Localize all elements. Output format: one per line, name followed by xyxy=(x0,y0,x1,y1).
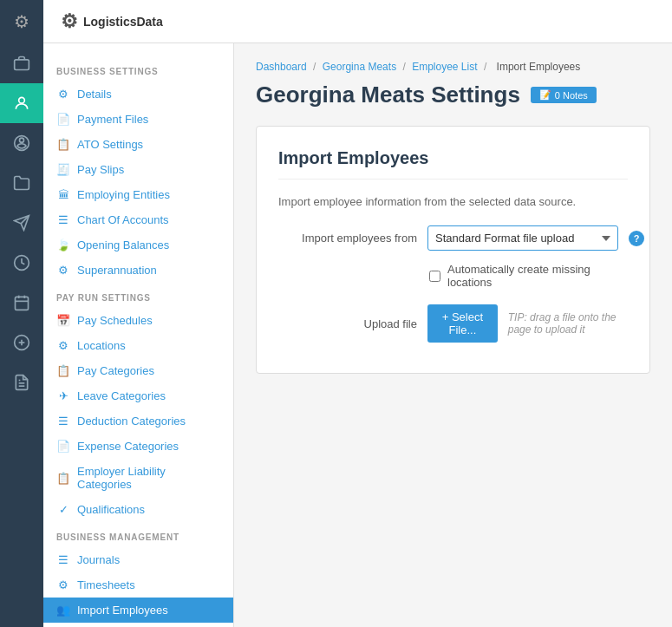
import-source-row: Import employees from Standard Format fi… xyxy=(278,225,628,251)
notes-label: 0 Notes xyxy=(555,90,588,101)
sidebar-label-superannuation: Superannuation xyxy=(77,264,157,277)
nav-payroll[interactable] xyxy=(0,123,43,163)
sidebar-item-superannuation[interactable]: ⚙ Superannuation xyxy=(43,258,233,283)
settings-sidebar: BUSINESS SETTINGS ⚙ Details 📄 Payment Fi… xyxy=(43,43,234,627)
breadcrumb-sep-2: / xyxy=(402,61,405,73)
sidebar-label-employing-entities: Employing Entities xyxy=(77,188,170,201)
sidebar-item-details[interactable]: ⚙ Details xyxy=(43,82,233,107)
pay-schedules-icon: 📅 xyxy=(56,314,70,327)
business-management-title: BUSINESS MANAGEMENT xyxy=(43,522,233,547)
import-section-title: Import Employees xyxy=(278,148,628,168)
logo-text: ⚙ LogisticsData xyxy=(61,10,163,33)
sidebar-label-payment-files: Payment Files xyxy=(77,113,148,126)
ato-settings-icon: 📋 xyxy=(56,138,70,151)
breadcrumb-current: Import Employees xyxy=(497,61,581,73)
page-content: Dashboard / Georgina Meats / Employee Li… xyxy=(234,43,672,627)
import-card: Import Employees Import employee informa… xyxy=(256,126,650,374)
sidebar-label-chart-of-accounts: Chart Of Accounts xyxy=(77,213,169,226)
top-bar: ⚙ LogisticsData xyxy=(43,0,672,43)
sidebar-item-manage-users[interactable]: 🔒 Manage Users xyxy=(43,623,233,627)
sidebar-label-expense-categories: Expense Categories xyxy=(77,440,179,453)
sidebar-item-import-employees[interactable]: 👥 Import Employees xyxy=(43,598,233,623)
superannuation-icon: ⚙ xyxy=(56,264,70,277)
sidebar-label-journals: Journals xyxy=(77,553,120,566)
select-file-label: + Select File... xyxy=(440,310,486,336)
import-source-select[interactable]: Standard Format file upload MYOB Xero Qu… xyxy=(427,225,618,251)
app-name: LogisticsData xyxy=(83,15,163,29)
employing-entities-icon: 🏛 xyxy=(56,188,70,201)
pay-slips-icon: 🧾 xyxy=(56,163,70,176)
breadcrumb-sep-1: / xyxy=(313,61,316,73)
deduction-categories-icon: ☰ xyxy=(56,415,70,428)
sidebar-label-import-employees: Import Employees xyxy=(77,604,168,617)
sidebar-item-ato-settings[interactable]: 📋 ATO Settings xyxy=(43,132,233,157)
sidebar-item-pay-categories[interactable]: 📋 Pay Categories xyxy=(43,358,233,383)
breadcrumb-sep-3: / xyxy=(484,61,486,73)
sidebar-item-pay-slips[interactable]: 🧾 Pay Slips xyxy=(43,157,233,182)
import-description: Import employee information from the sel… xyxy=(278,195,628,208)
locations-icon: ⚙ xyxy=(56,339,70,352)
nav-briefcase[interactable] xyxy=(0,43,43,83)
sidebar-item-employer-liability[interactable]: 📋 Employer Liability Categories xyxy=(43,459,233,497)
page-title-row: Georgina Meats Settings 📝 0 Notes xyxy=(256,82,650,108)
employer-liability-icon: 📋 xyxy=(56,472,70,485)
timesheets-icon: ⚙ xyxy=(56,578,70,591)
auto-locations-label[interactable]: Automatically create missing locations xyxy=(447,263,628,289)
nav-reports[interactable] xyxy=(0,362,43,402)
nav-folder[interactable] xyxy=(0,163,43,203)
sidebar-item-payment-files[interactable]: 📄 Payment Files xyxy=(43,107,233,132)
expense-categories-icon: 📄 xyxy=(56,440,70,453)
pay-run-settings-title: PAY RUN SETTINGS xyxy=(43,283,233,308)
journals-icon: ☰ xyxy=(56,553,70,566)
breadcrumb-georgina[interactable]: Georgina Meats xyxy=(323,61,396,73)
import-employees-icon: 👥 xyxy=(56,604,70,617)
details-icon: ⚙ xyxy=(56,88,70,101)
sidebar-item-deduction-categories[interactable]: ☰ Deduction Categories xyxy=(43,408,233,434)
sidebar-item-journals[interactable]: ☰ Journals xyxy=(43,547,233,572)
notes-badge[interactable]: 📝 0 Notes xyxy=(531,87,597,103)
svg-point-1 xyxy=(19,97,25,103)
logo-gear-icon: ⚙ xyxy=(61,10,78,33)
sidebar-item-employing-entities[interactable]: 🏛 Employing Entities xyxy=(43,182,233,207)
select-file-button[interactable]: + Select File... xyxy=(427,304,498,343)
main-area: ⚙ LogisticsData BUSINESS SETTINGS ⚙ Deta… xyxy=(43,0,672,627)
help-icon[interactable]: ? xyxy=(629,231,644,246)
opening-balances-icon: 🍃 xyxy=(56,238,70,251)
auto-create-locations-row: Automatically create missing locations xyxy=(429,263,628,289)
upload-tip: TIP: drag a file onto the page to upload… xyxy=(508,311,628,336)
app-logo: ⚙ xyxy=(0,0,43,43)
sidebar-label-qualifications: Qualifications xyxy=(77,503,145,516)
sidebar-label-locations: Locations xyxy=(77,339,126,352)
sidebar-label-pay-schedules: Pay Schedules xyxy=(77,314,153,327)
sidebar-item-expense-categories[interactable]: 📄 Expense Categories xyxy=(43,434,233,459)
upload-row: Upload file + Select File... TIP: drag a… xyxy=(278,304,628,343)
page-title: Georgina Meats Settings xyxy=(256,82,520,108)
sidebar-item-pay-schedules[interactable]: 📅 Pay Schedules xyxy=(43,308,233,333)
nav-employees[interactable] xyxy=(0,83,43,123)
auto-locations-checkbox[interactable] xyxy=(429,271,440,282)
nav-leave[interactable] xyxy=(0,203,43,243)
nav-calendar[interactable] xyxy=(0,283,43,323)
logo-icon: ⚙ xyxy=(14,11,29,32)
sidebar-label-pay-categories: Pay Categories xyxy=(77,364,154,377)
sidebar-label-deduction-categories: Deduction Categories xyxy=(77,415,186,428)
svg-rect-5 xyxy=(16,297,29,310)
breadcrumb-employee-list[interactable]: Employee List xyxy=(412,61,477,73)
sidebar-label-leave-categories: Leave Categories xyxy=(77,389,166,402)
qualifications-icon: ✓ xyxy=(56,503,70,516)
nav-time[interactable] xyxy=(0,243,43,283)
leave-categories-icon: ✈ xyxy=(56,389,70,402)
breadcrumb-dashboard[interactable]: Dashboard xyxy=(256,61,307,73)
sidebar-item-leave-categories[interactable]: ✈ Leave Categories xyxy=(43,383,233,408)
upload-label: Upload file xyxy=(278,317,417,330)
sidebar-item-opening-balances[interactable]: 🍃 Opening Balances xyxy=(43,232,233,258)
sidebar-item-chart-of-accounts[interactable]: ☰ Chart Of Accounts xyxy=(43,207,233,232)
payment-files-icon: 📄 xyxy=(56,113,70,126)
sidebar-item-qualifications[interactable]: ✓ Qualifications xyxy=(43,497,233,522)
nav-finance[interactable] xyxy=(0,323,43,362)
sidebar-item-locations[interactable]: ⚙ Locations xyxy=(43,333,233,358)
business-settings-title: BUSINESS SETTINGS xyxy=(43,56,233,82)
import-divider xyxy=(278,179,628,180)
sidebar-label-opening-balances: Opening Balances xyxy=(77,238,169,251)
sidebar-item-timesheets[interactable]: ⚙ Timesheets xyxy=(43,572,233,598)
